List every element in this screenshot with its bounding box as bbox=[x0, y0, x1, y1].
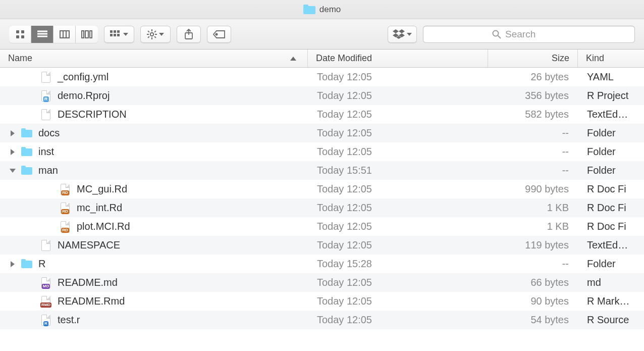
file-kind: R Doc Fi bbox=[578, 183, 644, 195]
search-field[interactable] bbox=[423, 26, 635, 43]
group-by-button[interactable] bbox=[104, 26, 134, 43]
column-label: Kind bbox=[586, 53, 604, 64]
column-header-name[interactable]: Name bbox=[0, 49, 308, 67]
file-date: Today 15:51 bbox=[308, 165, 488, 176]
folder-icon bbox=[20, 127, 33, 140]
column-header-kind[interactable]: Kind bbox=[578, 49, 644, 67]
file-row[interactable]: _config.ymlToday 12:0526 bytesYAML bbox=[0, 68, 644, 86]
file-row[interactable]: manToday 15:51--Folder bbox=[0, 161, 644, 180]
file-date: Today 12:05 bbox=[308, 71, 488, 83]
svg-rect-1 bbox=[21, 30, 24, 33]
file-row[interactable]: instToday 12:05--Folder bbox=[0, 142, 644, 161]
tag-icon bbox=[212, 30, 226, 39]
file-row[interactable]: RDplot.MCI.RdToday 12:051 KBR Doc Fi bbox=[0, 217, 644, 236]
file-size: 119 bytes bbox=[488, 239, 578, 251]
svg-rect-20 bbox=[151, 29, 152, 31]
file-row[interactable]: RToday 15:28--Folder bbox=[0, 255, 644, 273]
file-name: _config.yml bbox=[58, 71, 109, 83]
svg-rect-11 bbox=[85, 31, 88, 38]
file-kind: R Project bbox=[578, 90, 644, 102]
search-icon bbox=[492, 30, 501, 39]
svg-rect-26 bbox=[147, 36, 149, 38]
file-name: docs bbox=[38, 127, 60, 139]
file-size: 66 bytes bbox=[488, 277, 578, 288]
svg-rect-24 bbox=[147, 30, 149, 32]
view-list-button[interactable] bbox=[31, 26, 53, 43]
disclosure-triangle[interactable] bbox=[8, 149, 17, 155]
file-row[interactable]: MDREADME.mdToday 12:0566 bytesmd bbox=[0, 273, 644, 292]
svg-rect-0 bbox=[16, 30, 19, 33]
file-row[interactable]: RDmc_int.RdToday 12:051 KBR Doc Fi bbox=[0, 198, 644, 217]
gear-icon bbox=[147, 29, 157, 39]
action-menu-button[interactable] bbox=[140, 26, 171, 43]
share-icon bbox=[184, 29, 193, 40]
view-columns-button[interactable] bbox=[53, 26, 76, 43]
file-name: DESCRIPTION bbox=[58, 109, 127, 120]
file-list: _config.ymlToday 12:0526 bytesYAMLRdemo.… bbox=[0, 68, 644, 329]
svg-rect-23 bbox=[155, 34, 157, 35]
column-headers: Name Date Modified Size Kind bbox=[0, 49, 644, 68]
toolbar bbox=[0, 19, 644, 49]
view-mode-group bbox=[9, 26, 98, 43]
file-row[interactable]: docsToday 12:05--Folder bbox=[0, 124, 644, 142]
file-kind: Folder bbox=[578, 146, 644, 158]
svg-rect-13 bbox=[110, 30, 113, 33]
search-input[interactable] bbox=[505, 29, 566, 40]
file-size: 1 KB bbox=[488, 221, 578, 232]
window-titlebar: demo bbox=[0, 0, 644, 19]
file-icon: RD bbox=[59, 220, 72, 233]
group-by-icon bbox=[110, 30, 121, 38]
column-label: Date Modified bbox=[316, 53, 372, 64]
svg-rect-5 bbox=[37, 33, 47, 34]
file-kind: Folder bbox=[578, 165, 644, 176]
disclosure-triangle[interactable] bbox=[8, 130, 17, 136]
file-icon: RMD bbox=[39, 295, 52, 308]
file-kind: R Mark… bbox=[578, 295, 644, 307]
tags-button[interactable] bbox=[207, 26, 231, 43]
file-date: Today 12:05 bbox=[308, 109, 488, 120]
file-kind: Folder bbox=[578, 127, 644, 139]
file-name: NAMESPACE bbox=[58, 239, 120, 251]
file-row[interactable]: RDMC_gui.RdToday 12:05990 bytesR Doc Fi bbox=[0, 180, 644, 198]
svg-marker-32 bbox=[399, 29, 405, 33]
file-size: 26 bytes bbox=[488, 71, 578, 83]
view-icons-button[interactable] bbox=[9, 26, 31, 43]
file-size: 54 bytes bbox=[488, 314, 578, 326]
file-name: test.r bbox=[58, 314, 80, 326]
file-name: man bbox=[38, 165, 58, 176]
file-row[interactable]: Rtest.rToday 12:0554 bytesR Source bbox=[0, 311, 644, 329]
disclosure-triangle[interactable] bbox=[8, 261, 17, 267]
view-gallery-button[interactable] bbox=[76, 26, 98, 43]
column-header-date[interactable]: Date Modified bbox=[308, 49, 488, 67]
file-icon: R bbox=[39, 89, 52, 103]
file-kind: Folder bbox=[578, 258, 644, 270]
svg-rect-25 bbox=[154, 36, 156, 38]
file-date: Today 15:28 bbox=[308, 258, 488, 270]
column-label: Size bbox=[552, 53, 569, 64]
share-button[interactable] bbox=[177, 26, 201, 43]
file-name: inst bbox=[38, 146, 54, 158]
file-name: R bbox=[38, 258, 45, 270]
folder-icon bbox=[20, 145, 33, 159]
file-name: demo.Rproj bbox=[58, 90, 110, 102]
file-kind: R Doc Fi bbox=[578, 221, 644, 232]
file-icon: RD bbox=[59, 183, 72, 196]
svg-marker-31 bbox=[393, 29, 399, 33]
file-kind: TextEd… bbox=[578, 239, 644, 251]
file-row[interactable]: Rdemo.RprojToday 12:05356 bytesR Project bbox=[0, 86, 644, 105]
file-name: plot.MCI.Rd bbox=[77, 221, 130, 232]
column-header-size[interactable]: Size bbox=[488, 49, 578, 67]
file-icon: RD bbox=[59, 202, 72, 215]
disclosure-triangle[interactable] bbox=[8, 169, 17, 173]
svg-rect-4 bbox=[37, 31, 47, 32]
svg-rect-12 bbox=[90, 31, 92, 38]
svg-rect-17 bbox=[114, 34, 116, 36]
file-row[interactable]: RMDREADME.RmdToday 12:0590 bytesR Mark… bbox=[0, 292, 644, 311]
file-row[interactable]: DESCRIPTIONToday 12:05582 bytesTextEd… bbox=[0, 105, 644, 124]
svg-rect-15 bbox=[117, 30, 120, 33]
folder-icon bbox=[20, 164, 33, 177]
file-kind: TextEd… bbox=[578, 109, 644, 120]
file-row[interactable]: NAMESPACEToday 12:05119 bytesTextEd… bbox=[0, 236, 644, 255]
file-date: Today 12:05 bbox=[308, 277, 488, 288]
dropbox-button[interactable] bbox=[388, 26, 417, 43]
